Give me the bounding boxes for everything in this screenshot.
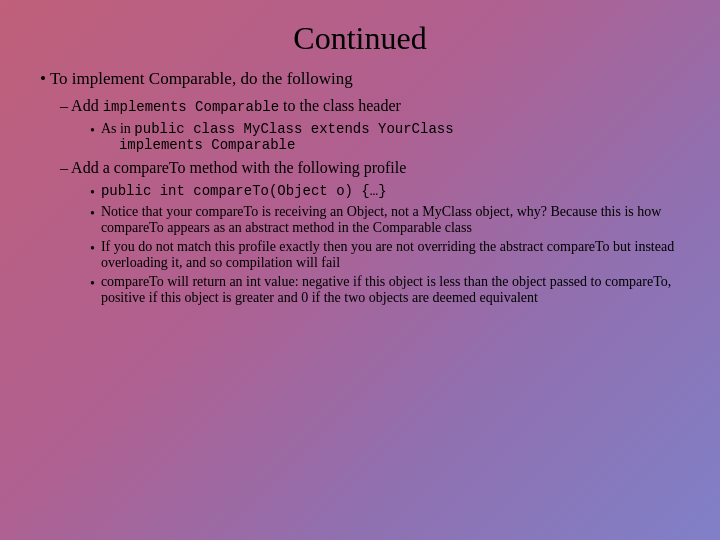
sub2-bullet-3: • If you do not match this profile exact… bbox=[90, 239, 690, 271]
sub-section-2-header: – Add a compareTo method with the follow… bbox=[60, 159, 690, 177]
sub2-bullet-4: • compareTo will return an int value: ne… bbox=[90, 274, 690, 306]
main-bullet: • To implement Comparable, do the follow… bbox=[40, 69, 690, 89]
sub1-bullet-1: • As in public class MyClass extends You… bbox=[90, 121, 690, 153]
sub2-bullet-2: • Notice that your compareTo is receivin… bbox=[90, 204, 690, 236]
sub2-bullet-1: • public int compareTo(Object o) {…} bbox=[90, 183, 690, 201]
sub-section-1-header: – Add implements Comparable to the class… bbox=[60, 97, 690, 115]
slide-title: Continued bbox=[30, 20, 690, 57]
